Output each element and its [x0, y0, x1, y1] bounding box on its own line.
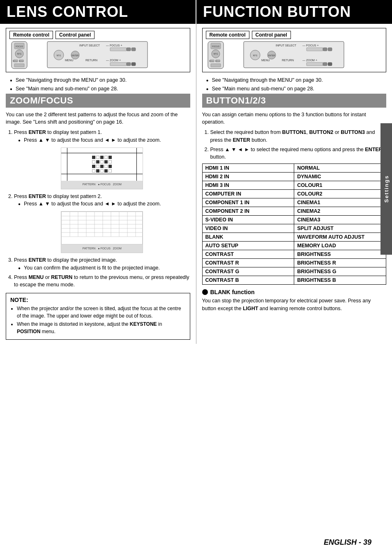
lens-diagram-box: Remote control Control panel FOCUS NTG M… — [6, 28, 190, 72]
test-pattern-1-bottom: PATTERN ● FOCUS ZOOM — [61, 181, 143, 189]
function-link-1: See "Navigating through the MENU" on pag… — [206, 76, 387, 84]
pattern-row-1 — [92, 156, 112, 159]
table-cell: CINEMA1 — [294, 198, 386, 207]
function-remote-image: FOCUS NTG MENU MENU — [206, 41, 239, 69]
pattern-row-2 — [92, 160, 112, 164]
zoom-focus-intro: You can use the 2 different test pattern… — [6, 111, 190, 127]
step-3-bullet-1: You can confirm the adjustment is fit to… — [18, 264, 190, 272]
cell — [96, 160, 99, 164]
cell — [108, 169, 112, 173]
table-row: BLANKWAVEFORM AUTO ADJUST — [202, 233, 386, 242]
step-2-bullet-1: Press ▲ ▼ to adjust the focus and ◄ ► to… — [18, 200, 190, 208]
settings-sidebar: Settings — [380, 123, 392, 255]
left-title: LENS CONTROL — [0, 0, 196, 24]
svg-text:ENTER: ENTER — [72, 54, 79, 57]
function-panel-label: Control panel — [252, 31, 291, 39]
test-pattern-2-visual — [61, 212, 143, 244]
page-header: LENS CONTROL FUNCTION BUTTON — [0, 0, 392, 24]
step-3-bullets: You can confirm the adjustment is fit to… — [18, 264, 190, 272]
main-content: Remote control Control panel FOCUS NTG M… — [0, 24, 392, 344]
table-cell: HDMI 3 IN — [202, 181, 294, 190]
table-row: HDMI 1 INNORMAL — [202, 164, 386, 173]
step-2: Press ENTER to display test pattern 2. P… — [14, 193, 190, 253]
svg-rect-14 — [127, 48, 131, 51]
button123-intro: You can assign certain menu options to t… — [202, 111, 387, 127]
control-panel-image: INPUT SELECT — FOCUS + NTG ENTER MENU RE… — [46, 41, 187, 69]
page-footer: ENGLISH - 39 — [324, 538, 371, 547]
note-title: NOTE: — [10, 297, 186, 303]
table-cell: HDMI 1 IN — [202, 164, 294, 173]
cell — [96, 165, 99, 168]
svg-text:RETURN: RETURN — [85, 59, 97, 62]
svg-text:MENU: MENU — [65, 59, 74, 62]
lens-link-2: See "Main menu and sub-menu" on page 28. — [10, 85, 190, 93]
cell — [108, 165, 112, 168]
cell — [96, 156, 99, 159]
test-pattern-2: PATTERN ● FOCUS ZOOM — [61, 211, 143, 253]
table-cell: DYNAMIC — [294, 173, 386, 181]
table-row: CONTRAST BBRIGHTNESS B — [202, 276, 386, 285]
diagram-header: Remote control Control panel — [9, 31, 187, 39]
test-pattern-1-visual — [61, 148, 143, 181]
table-cell: CONTRAST — [202, 250, 294, 259]
svg-text:MENU: MENU — [215, 60, 220, 62]
pattern-row-4 — [92, 169, 112, 173]
svg-text:— FOCUS +: — FOCUS + — [106, 44, 122, 47]
cell — [108, 156, 112, 159]
svg-text:MENU: MENU — [19, 60, 24, 62]
svg-text:INPUT SELECT: INPUT SELECT — [276, 44, 297, 47]
function-table: HDMI 1 INNORMALHDMI 2 INDYNAMICHDMI 3 IN… — [202, 164, 387, 285]
crosshair-v-left — [67, 148, 67, 181]
note-item-2: When the image is distorted in keystone,… — [17, 320, 186, 335]
svg-text:ENTER: ENTER — [268, 54, 275, 57]
table-cell: COMPONENT 1 IN — [202, 198, 294, 207]
test-pattern-2-bottom: PATTERN ● FOCUS ZOOM — [61, 244, 143, 253]
function-panel-image: INPUT SELECT — FOCUS + NTG ENTER MENU RE… — [243, 41, 383, 69]
cell — [104, 160, 108, 164]
lens-bullet-links: See "Navigating through the MENU" on pag… — [10, 76, 190, 93]
crosshair-h-top — [61, 153, 143, 153]
svg-rect-24 — [127, 62, 131, 66]
control-panel-label: Control panel — [55, 31, 95, 39]
table-cell: BRIGHTNESS R — [294, 259, 386, 267]
cell — [96, 169, 99, 173]
svg-text:FOCUS: FOCUS — [212, 45, 219, 48]
right-column: Remote control Control panel FOCUS NTG M… — [196, 24, 392, 344]
svg-rect-13 — [110, 48, 127, 51]
svg-rect-64 — [307, 62, 323, 66]
pattern-row-3 — [92, 165, 112, 168]
table-cell: S-VIDEO IN — [202, 216, 294, 224]
zoom-focus-title: ZOOM/FOCUS — [6, 94, 190, 108]
svg-rect-65 — [323, 62, 327, 66]
cell — [92, 156, 95, 159]
table-row: AUTO SETUPMEMORY LOAD — [202, 242, 386, 250]
step-1-bullets: Press ▲ ▼ to adjust the focus and ◄ ► to… — [18, 136, 190, 144]
svg-text:INPUT SELECT: INPUT SELECT — [79, 44, 100, 47]
crosshair-h-bottom — [61, 174, 143, 174]
table-cell: CONTRAST B — [202, 276, 294, 285]
settings-label: Settings — [383, 175, 390, 203]
remote-control-label: Remote control — [9, 31, 53, 39]
table-cell: NORMAL — [294, 164, 386, 173]
table-cell: BRIGHTNESS B — [294, 276, 386, 285]
table-cell: CINEMA2 — [294, 207, 386, 216]
table-row: COMPONENT 2 INCINEMA2 — [202, 207, 386, 216]
table-cell: CINEMA3 — [294, 216, 386, 224]
table-cell: COLOUR1 — [294, 181, 386, 190]
blank-function-label: BLANK function — [210, 289, 255, 295]
table-cell: COLOUR2 — [294, 190, 386, 198]
button123-title: BUTTON1/2/3 — [202, 94, 387, 108]
zoom-focus-steps: Press ENTER to display test pattern 1. P… — [14, 129, 190, 289]
svg-rect-54 — [307, 48, 323, 51]
cell — [100, 169, 104, 173]
cell — [100, 165, 104, 168]
function-remote-label: Remote control — [206, 31, 249, 39]
pattern-center — [92, 156, 112, 173]
step-4: Press MENU or RETURN to return to the pr… — [14, 274, 190, 289]
table-row: VIDEO INSPLIT ADJUST — [202, 224, 386, 233]
svg-text:NTG: NTG — [17, 53, 22, 55]
table-cell: SPLIT ADJUST — [294, 224, 386, 233]
table-cell: COMPUTER IN — [202, 190, 294, 198]
svg-rect-55 — [323, 48, 327, 51]
note-list: When the projector and/or the screen is … — [17, 305, 186, 335]
